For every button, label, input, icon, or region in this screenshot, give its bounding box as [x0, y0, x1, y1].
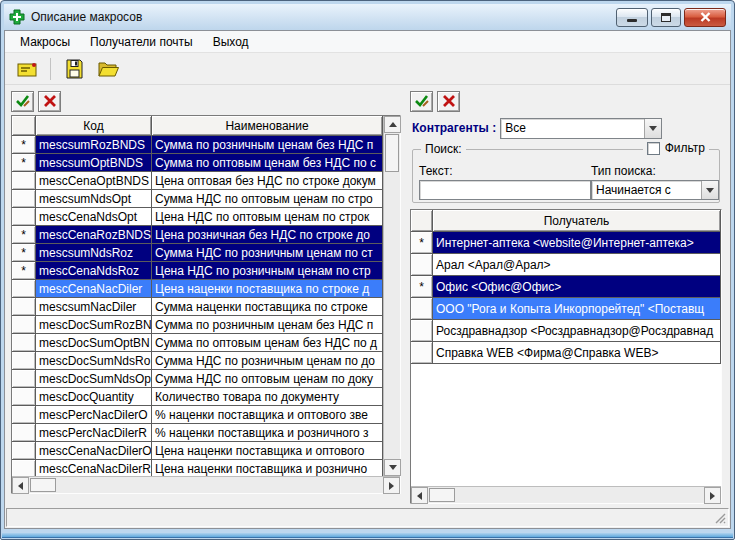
- row-marker-cell[interactable]: [12, 334, 36, 352]
- code-cell[interactable]: mescsumNdsOpt: [36, 190, 152, 208]
- row-marker-cell[interactable]: *: [12, 244, 36, 262]
- code-cell[interactable]: mescCenaNacDiler: [36, 280, 152, 298]
- column-header-marker[interactable]: [12, 116, 36, 136]
- open-folder-button[interactable]: [94, 56, 122, 82]
- code-cell[interactable]: mescCenaNdsOpt: [36, 208, 152, 226]
- recipients-horizontal-scrollbar[interactable]: [411, 486, 721, 503]
- menu-mail-recipients[interactable]: Получатели почты: [81, 33, 202, 51]
- table-row[interactable]: mescDocSumNdsRoСумма НДС по розничным це…: [12, 352, 383, 370]
- column-header-recipient[interactable]: Получатель: [433, 210, 721, 232]
- table-row[interactable]: mescsumNacDilerСумма наценки поставщика …: [12, 298, 383, 316]
- row-marker-cell[interactable]: *: [12, 262, 36, 280]
- clear-selection-button[interactable]: [38, 91, 61, 112]
- name-cell[interactable]: Интернет-аптека <website@Интернет-аптека…: [433, 232, 721, 254]
- contragents-select[interactable]: Все: [500, 118, 662, 139]
- name-cell[interactable]: Цена наценки поставщика и оптового: [152, 442, 383, 460]
- code-cell[interactable]: mescDocQuantity: [36, 388, 152, 406]
- close-button[interactable]: [684, 8, 726, 27]
- name-cell[interactable]: Сумма по розничным ценам без НДС п: [152, 136, 383, 154]
- maximize-button[interactable]: [651, 8, 681, 27]
- table-row[interactable]: mescDocSumOptBNСумма по оптовым ценам бе…: [12, 334, 383, 352]
- row-marker-cell[interactable]: [12, 190, 36, 208]
- table-row[interactable]: mescCenaOptBNDSЦена оптовая без НДС по с…: [12, 172, 383, 190]
- scroll-down-button[interactable]: [384, 459, 401, 476]
- name-cell[interactable]: Цена наценки поставщика и рознично: [152, 460, 383, 476]
- table-row[interactable]: *mescsumOptBNDSСумма по оптовым ценам бе…: [12, 154, 383, 172]
- name-cell[interactable]: Цена наценки поставщика по строке д: [152, 280, 383, 298]
- scroll-track[interactable]: [57, 477, 383, 493]
- name-cell[interactable]: Росздравнадзор <Росздравнадзор@Росздравн…: [433, 320, 721, 342]
- row-marker-cell[interactable]: [12, 298, 36, 316]
- resize-grip[interactable]: [713, 511, 726, 524]
- column-header-code[interactable]: Код: [36, 116, 152, 136]
- macros-vertical-scrollbar[interactable]: [383, 116, 400, 476]
- name-cell[interactable]: Сумма НДС по оптовым ценам по стро: [152, 190, 383, 208]
- row-marker-cell[interactable]: [12, 316, 36, 334]
- code-cell[interactable]: mescDocSumNdsRo: [36, 352, 152, 370]
- macros-horizontal-scrollbar[interactable]: [12, 476, 400, 493]
- row-marker-cell[interactable]: [12, 208, 36, 226]
- code-cell[interactable]: mescCenaNdsRoz: [36, 262, 152, 280]
- minimize-button[interactable]: [616, 8, 648, 27]
- mail-button[interactable]: [13, 56, 41, 82]
- name-cell[interactable]: ООО "Рога и Копыта Инкорпорейтед" <Поста…: [433, 298, 721, 320]
- scroll-right-button[interactable]: [704, 487, 721, 504]
- confirm-selection-button[interactable]: [410, 91, 433, 112]
- row-marker-cell[interactable]: [12, 406, 36, 424]
- table-row[interactable]: mescCenaNdsOptЦена НДС по оптовым ценам …: [12, 208, 383, 226]
- filter-checkbox[interactable]: [647, 142, 660, 155]
- name-cell[interactable]: Цена НДС по оптовым ценам по строк: [152, 208, 383, 226]
- table-row[interactable]: Справка WEB <Фирма@Справка WEB>: [411, 342, 721, 364]
- name-cell[interactable]: % наценки поставщика и оптового зве: [152, 406, 383, 424]
- table-row[interactable]: mescCenaNacDilerRЦена наценки поставщика…: [12, 460, 383, 476]
- column-header-name[interactable]: Наименование: [152, 116, 383, 136]
- row-marker-cell[interactable]: [411, 342, 433, 364]
- row-marker-cell[interactable]: [12, 424, 36, 442]
- confirm-selection-button[interactable]: [11, 91, 34, 112]
- name-cell[interactable]: Сумма НДС по розничным ценам по ст: [152, 244, 383, 262]
- row-marker-cell[interactable]: *: [12, 226, 36, 244]
- row-marker-cell[interactable]: *: [411, 232, 433, 254]
- row-marker-cell[interactable]: [411, 298, 433, 320]
- name-cell[interactable]: Сумма по оптовым ценам без НДС по с: [152, 154, 383, 172]
- code-cell[interactable]: mescDocSumRozBN: [36, 316, 152, 334]
- scroll-track[interactable]: [456, 487, 704, 503]
- save-button[interactable]: [60, 56, 88, 82]
- name-cell[interactable]: Количество товара по документу: [152, 388, 383, 406]
- code-cell[interactable]: mescDocSumNdsOp: [36, 370, 152, 388]
- table-row[interactable]: *mescsumRozBNDSСумма по розничным ценам …: [12, 136, 383, 154]
- menu-exit[interactable]: Выход: [204, 33, 258, 51]
- table-row[interactable]: ООО "Рога и Копыта Инкорпорейтед" <Поста…: [411, 298, 721, 320]
- row-marker-cell[interactable]: *: [12, 154, 36, 172]
- name-cell[interactable]: Арал <Арал@Арал>: [433, 254, 721, 276]
- row-marker-cell[interactable]: [411, 320, 433, 342]
- code-cell[interactable]: mescPercNacDilerO: [36, 406, 152, 424]
- name-cell[interactable]: Справка WEB <Фирма@Справка WEB>: [433, 342, 721, 364]
- name-cell[interactable]: Цена розничная без НДС по строке до: [152, 226, 383, 244]
- dropdown-button[interactable]: [701, 181, 718, 199]
- dropdown-button[interactable]: [644, 119, 661, 138]
- name-cell[interactable]: Сумма НДС по розничным ценам по до: [152, 352, 383, 370]
- code-cell[interactable]: mescPercNacDilerR: [36, 424, 152, 442]
- table-row[interactable]: *mescsumNdsRozСумма НДС по розничным цен…: [12, 244, 383, 262]
- code-cell[interactable]: mescsumNdsRoz: [36, 244, 152, 262]
- scroll-track[interactable]: [384, 173, 400, 459]
- table-row[interactable]: mescDocSumNdsOpСумма НДС по оптовым цена…: [12, 370, 383, 388]
- scroll-up-button[interactable]: [384, 116, 401, 133]
- name-cell[interactable]: Сумма по розничным ценам без НДС п: [152, 316, 383, 334]
- code-cell[interactable]: mescsumNacDiler: [36, 298, 152, 316]
- name-cell[interactable]: Офис <Офис@Офис>: [433, 276, 721, 298]
- name-cell[interactable]: Цена оптовая без НДС по строке докум: [152, 172, 383, 190]
- row-marker-cell[interactable]: [12, 172, 36, 190]
- table-row[interactable]: *Интернет-аптека <website@Интернет-аптек…: [411, 232, 721, 254]
- table-row[interactable]: mescDocSumRozBNСумма по розничным ценам …: [12, 316, 383, 334]
- code-cell[interactable]: mescDocSumOptBN: [36, 334, 152, 352]
- row-marker-cell[interactable]: [12, 460, 36, 476]
- code-cell[interactable]: mescCenaNacDilerO: [36, 442, 152, 460]
- code-cell[interactable]: mescCenaOptBNDS: [36, 172, 152, 190]
- clear-selection-button[interactable]: [437, 91, 460, 112]
- table-row[interactable]: mescCenaNacDilerЦена наценки поставщика …: [12, 280, 383, 298]
- table-row[interactable]: mescPercNacDilerO% наценки поставщика и …: [12, 406, 383, 424]
- row-marker-cell[interactable]: *: [411, 276, 433, 298]
- scroll-left-button[interactable]: [411, 487, 428, 504]
